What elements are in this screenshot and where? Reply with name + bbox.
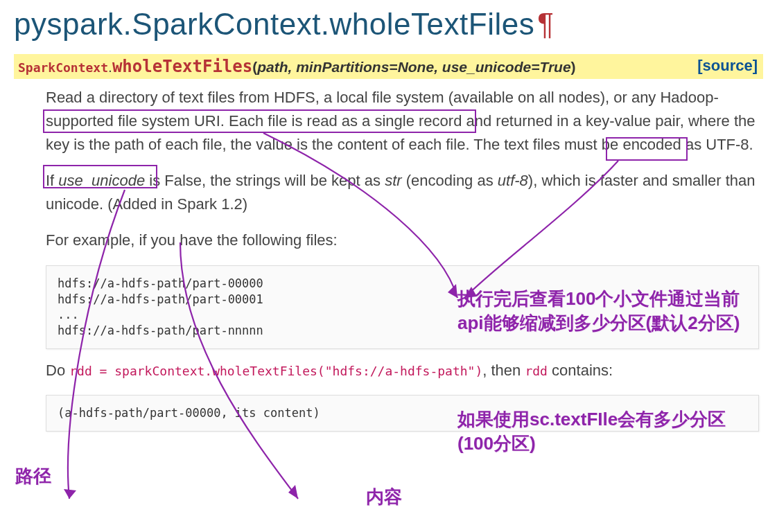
do-e: contains: (548, 362, 613, 379)
sig-args: path, minPartitions=None, use_unicode=Tr… (257, 59, 570, 75)
p2-a: If (46, 172, 58, 189)
p1-c: returned in a key-value pair, (496, 112, 684, 130)
title-text: pyspark.SparkContext.wholeTextFiles (14, 7, 534, 41)
sig-class: SparkContext (18, 60, 108, 75)
p2-b: use_unicode (58, 172, 145, 189)
page-title: pyspark.SparkContext.wholeTextFiles¶ (0, 0, 777, 46)
source-link[interactable]: [source] (697, 57, 758, 75)
para-do: Do rdd = sparkContext.wholeTextFiles("hd… (46, 359, 759, 382)
svg-marker-1 (288, 485, 298, 499)
p1-a: Read a directory of text files from HDFS… (46, 89, 444, 106)
para-2: If use_unicode is False, the strings wil… (46, 169, 759, 216)
sig-fn: wholeTextFiles (112, 57, 252, 76)
do-b: rdd = sparkContext.wholeTextFiles("hdfs:… (69, 364, 482, 378)
p2-e: (encoding as (402, 172, 498, 189)
p2-d: str (385, 172, 401, 189)
para-3: For example, if you have the following f… (46, 229, 759, 252)
annotation-content: 内容 (366, 485, 402, 509)
do-d: rdd (525, 364, 548, 378)
para-1: Read a directory of text files from HDFS… (46, 86, 759, 157)
annotation-right-2: 如果使用sc.textFIle会有多少分区(100分区) (457, 407, 749, 456)
do-a: Do (46, 362, 69, 379)
function-signature: SparkContext.wholeTextFiles(path, minPar… (14, 54, 763, 79)
pilcrow[interactable]: ¶ (534, 7, 554, 41)
annotation-path: 路径 (15, 464, 51, 488)
p2-c: is False, the strings will be kept as (145, 172, 385, 189)
do-c: , then (482, 362, 525, 379)
annotation-right-1: 执行完后查看100个小文件通过当前api能够缩减到多少分区(默认2分区) (457, 287, 749, 335)
doc-body: Read a directory of text files from HDFS… (0, 79, 777, 432)
svg-marker-0 (64, 489, 76, 499)
p2-f: utf-8 (498, 172, 528, 189)
